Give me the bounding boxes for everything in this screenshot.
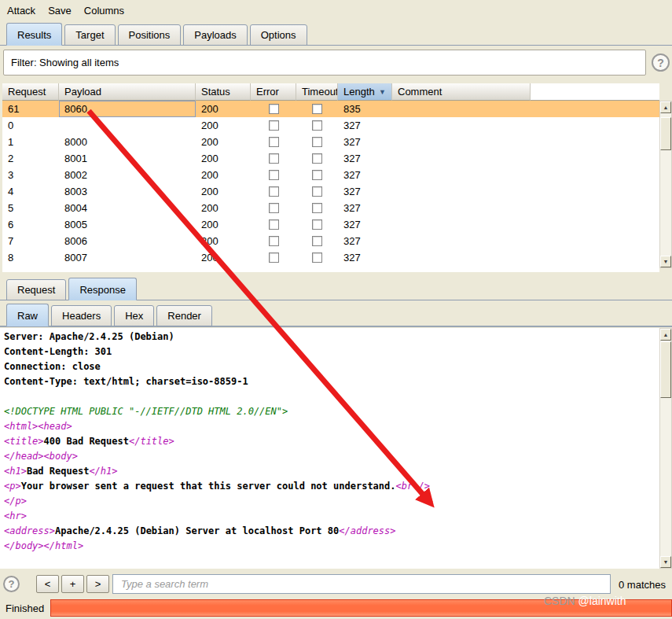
timeout-checkbox[interactable] xyxy=(312,186,322,197)
column-header-error[interactable]: Error xyxy=(251,83,296,101)
table-scrollbar[interactable]: ▲ ▼ xyxy=(659,101,672,268)
error-checkbox[interactable] xyxy=(269,137,279,147)
tab-target[interactable]: Target xyxy=(64,24,115,46)
scroll-up-icon[interactable]: ▲ xyxy=(660,101,671,113)
timeout-checkbox[interactable] xyxy=(312,203,322,213)
error-checkbox[interactable] xyxy=(269,170,279,180)
table-row[interactable]: 58004200327 xyxy=(2,200,659,216)
search-next-button[interactable]: > xyxy=(86,575,109,593)
cell-length: 327 xyxy=(338,150,392,167)
cell-timeout xyxy=(296,150,338,167)
column-header-comment[interactable]: Comment xyxy=(392,83,531,101)
cell-comment xyxy=(392,249,531,266)
error-checkbox[interactable] xyxy=(269,219,279,230)
table-scrollbar-thumb[interactable] xyxy=(660,117,671,150)
cell-filler xyxy=(531,183,659,200)
timeout-checkbox[interactable] xyxy=(312,252,322,263)
cell-timeout xyxy=(296,101,338,117)
timeout-checkbox[interactable] xyxy=(312,219,322,230)
tab-render[interactable]: Render xyxy=(156,305,212,326)
watermark-prefix: CSDN xyxy=(544,595,578,607)
response-viewer[interactable]: Server: Apache/2.4.25 (Debian)Content-Le… xyxy=(0,328,659,569)
response-segment-tag: <address> xyxy=(4,525,55,536)
table-row[interactable]: 18000200327 xyxy=(2,134,659,150)
menu-save[interactable]: Save xyxy=(48,5,72,17)
tab-headers[interactable]: Headers xyxy=(51,305,112,326)
response-line: Content-Length: 301 xyxy=(4,345,659,359)
error-checkbox[interactable] xyxy=(269,236,279,246)
response-scrollbar[interactable]: ▲ ▼ xyxy=(659,328,672,569)
response-line: <title>400 Bad Request</title> xyxy=(4,434,659,449)
error-checkbox[interactable] xyxy=(269,104,279,114)
menubar: Attack Save Columns xyxy=(0,0,672,20)
tab-options[interactable]: Options xyxy=(250,24,307,46)
search-help-icon[interactable]: ? xyxy=(3,576,20,592)
search-input[interactable] xyxy=(112,574,611,594)
table-row[interactable]: 28001200327 xyxy=(2,150,659,167)
cell-timeout xyxy=(296,233,338,249)
cell-comment xyxy=(392,216,531,233)
column-header-request[interactable]: Request xyxy=(2,83,59,101)
menu-attack[interactable]: Attack xyxy=(7,5,35,17)
response-line xyxy=(4,389,659,404)
cell-status: 200 xyxy=(196,150,251,167)
error-checkbox[interactable] xyxy=(269,186,279,197)
menu-columns[interactable]: Columns xyxy=(84,5,124,17)
tab-raw[interactable]: Raw xyxy=(6,304,49,326)
scroll-down-icon[interactable]: ▼ xyxy=(660,556,671,568)
search-add-button[interactable]: + xyxy=(61,575,84,593)
cell-status: 200 xyxy=(196,249,251,266)
column-header-payload[interactable]: Payload xyxy=(59,83,196,101)
cell-comment xyxy=(392,117,531,134)
error-checkbox[interactable] xyxy=(269,120,279,131)
cell-comment xyxy=(392,134,531,150)
response-segment-tag: </body> xyxy=(4,540,44,551)
response-scrollbar-thumb[interactable] xyxy=(660,341,671,398)
table-row[interactable]: 68005200327 xyxy=(2,216,659,233)
timeout-checkbox[interactable] xyxy=(312,104,322,114)
timeout-checkbox[interactable] xyxy=(312,236,322,246)
column-header-length-label: Length xyxy=(343,86,375,98)
scroll-down-icon[interactable]: ▼ xyxy=(660,256,671,267)
cell-status: 200 xyxy=(196,200,251,216)
response-line: </head><body> xyxy=(4,449,659,464)
cell-status: 200 xyxy=(196,183,251,200)
table-row[interactable]: 38002200327 xyxy=(2,167,659,183)
response-segment-doctype: <!DOCTYPE HTML PUBLIC "-//IETF//DTD HTML… xyxy=(4,406,288,417)
cell-filler xyxy=(531,134,659,150)
error-checkbox[interactable] xyxy=(269,153,279,164)
cell-error xyxy=(251,233,296,249)
timeout-checkbox[interactable] xyxy=(312,170,322,180)
table-row[interactable]: 618060200835 xyxy=(2,101,659,117)
watermark-handle: @lainwith xyxy=(578,595,626,607)
tab-hex[interactable]: Hex xyxy=(114,305,154,326)
table-row[interactable]: 78006200327 xyxy=(2,233,659,249)
cell-timeout xyxy=(296,117,338,134)
timeout-checkbox[interactable] xyxy=(312,137,322,147)
timeout-checkbox[interactable] xyxy=(312,153,322,164)
tab-payloads[interactable]: Payloads xyxy=(183,24,247,46)
table-row[interactable]: 0200327 xyxy=(2,117,659,134)
help-icon[interactable]: ? xyxy=(652,53,670,72)
column-header-length[interactable]: Length ▼ xyxy=(338,83,392,101)
column-header-timeout[interactable]: Timeout xyxy=(296,83,338,101)
table-row[interactable]: 48003200327 xyxy=(2,183,659,200)
tab-results[interactable]: Results xyxy=(6,23,62,46)
tab-request[interactable]: Request xyxy=(6,279,66,300)
cell-length: 327 xyxy=(338,134,392,150)
search-prev-button[interactable]: < xyxy=(36,575,59,593)
table-row[interactable]: 88007200327 xyxy=(2,249,659,266)
cell-status: 200 xyxy=(196,233,251,249)
error-checkbox[interactable] xyxy=(269,203,279,213)
response-segment-tag: <hr> xyxy=(4,510,27,521)
cell-length: 835 xyxy=(338,101,392,117)
column-header-status[interactable]: Status xyxy=(196,83,251,101)
response-line: <html><head> xyxy=(4,419,659,434)
filter-bar[interactable]: Filter: Showing all items xyxy=(3,50,646,76)
tab-positions[interactable]: Positions xyxy=(118,24,182,46)
response-segment-tag: <br /> xyxy=(396,481,430,492)
timeout-checkbox[interactable] xyxy=(312,120,322,131)
scroll-up-icon[interactable]: ▲ xyxy=(660,329,671,341)
error-checkbox[interactable] xyxy=(269,252,279,263)
tab-response[interactable]: Response xyxy=(68,278,137,300)
